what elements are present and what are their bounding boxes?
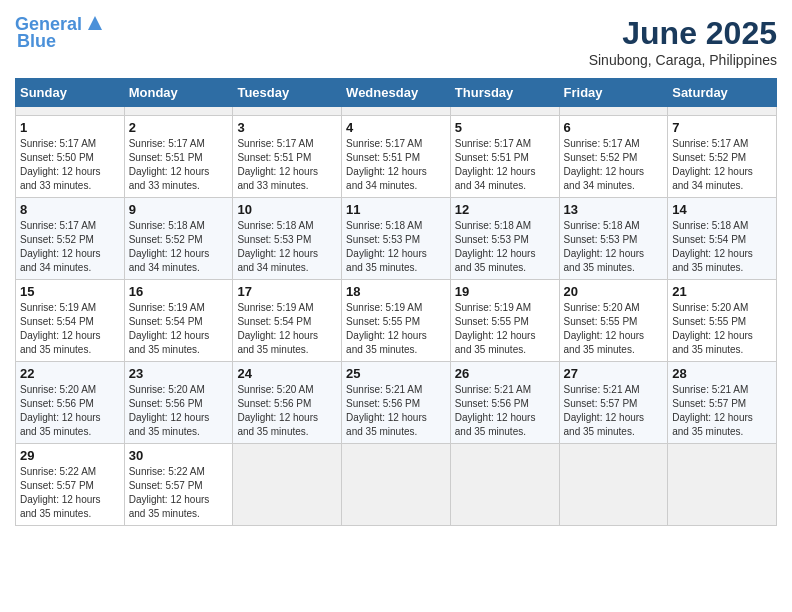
calendar-cell — [668, 107, 777, 116]
title-area: June 2025 Sinubong, Caraga, Philippines — [589, 15, 777, 68]
calendar-cell: 28Sunrise: 5:21 AM Sunset: 5:57 PM Dayli… — [668, 362, 777, 444]
day-info: Sunrise: 5:19 AM Sunset: 5:54 PM Dayligh… — [237, 301, 337, 357]
calendar-cell: 13Sunrise: 5:18 AM Sunset: 5:53 PM Dayli… — [559, 198, 668, 280]
header: General Blue June 2025 Sinubong, Caraga,… — [15, 15, 777, 68]
weekday-header-monday: Monday — [124, 79, 233, 107]
day-number: 17 — [237, 284, 337, 299]
weekday-header-friday: Friday — [559, 79, 668, 107]
day-info: Sunrise: 5:17 AM Sunset: 5:51 PM Dayligh… — [455, 137, 555, 193]
calendar-table: SundayMondayTuesdayWednesdayThursdayFrid… — [15, 78, 777, 526]
day-info: Sunrise: 5:18 AM Sunset: 5:52 PM Dayligh… — [129, 219, 229, 275]
calendar-cell: 9Sunrise: 5:18 AM Sunset: 5:52 PM Daylig… — [124, 198, 233, 280]
day-number: 14 — [672, 202, 772, 217]
day-info: Sunrise: 5:17 AM Sunset: 5:51 PM Dayligh… — [237, 137, 337, 193]
weekday-header-saturday: Saturday — [668, 79, 777, 107]
day-number: 13 — [564, 202, 664, 217]
day-info: Sunrise: 5:21 AM Sunset: 5:56 PM Dayligh… — [455, 383, 555, 439]
calendar-week-row: 15Sunrise: 5:19 AM Sunset: 5:54 PM Dayli… — [16, 280, 777, 362]
calendar-cell — [668, 444, 777, 526]
day-info: Sunrise: 5:20 AM Sunset: 5:55 PM Dayligh… — [672, 301, 772, 357]
day-number: 2 — [129, 120, 229, 135]
calendar-cell — [342, 107, 451, 116]
day-info: Sunrise: 5:20 AM Sunset: 5:56 PM Dayligh… — [237, 383, 337, 439]
calendar-cell: 23Sunrise: 5:20 AM Sunset: 5:56 PM Dayli… — [124, 362, 233, 444]
calendar-cell: 3Sunrise: 5:17 AM Sunset: 5:51 PM Daylig… — [233, 116, 342, 198]
calendar-week-row: 8Sunrise: 5:17 AM Sunset: 5:52 PM Daylig… — [16, 198, 777, 280]
calendar-cell — [16, 107, 125, 116]
calendar-cell: 15Sunrise: 5:19 AM Sunset: 5:54 PM Dayli… — [16, 280, 125, 362]
calendar-cell: 20Sunrise: 5:20 AM Sunset: 5:55 PM Dayli… — [559, 280, 668, 362]
day-number: 26 — [455, 366, 555, 381]
day-number: 8 — [20, 202, 120, 217]
calendar-cell: 1Sunrise: 5:17 AM Sunset: 5:50 PM Daylig… — [16, 116, 125, 198]
day-info: Sunrise: 5:17 AM Sunset: 5:52 PM Dayligh… — [20, 219, 120, 275]
day-number: 6 — [564, 120, 664, 135]
calendar-cell: 10Sunrise: 5:18 AM Sunset: 5:53 PM Dayli… — [233, 198, 342, 280]
day-number: 24 — [237, 366, 337, 381]
calendar-cell: 17Sunrise: 5:19 AM Sunset: 5:54 PM Dayli… — [233, 280, 342, 362]
calendar-cell — [233, 107, 342, 116]
calendar-cell: 5Sunrise: 5:17 AM Sunset: 5:51 PM Daylig… — [450, 116, 559, 198]
day-info: Sunrise: 5:21 AM Sunset: 5:57 PM Dayligh… — [672, 383, 772, 439]
day-info: Sunrise: 5:19 AM Sunset: 5:55 PM Dayligh… — [346, 301, 446, 357]
day-number: 12 — [455, 202, 555, 217]
day-number: 3 — [237, 120, 337, 135]
calendar-cell: 18Sunrise: 5:19 AM Sunset: 5:55 PM Dayli… — [342, 280, 451, 362]
calendar-week-row: 1Sunrise: 5:17 AM Sunset: 5:50 PM Daylig… — [16, 116, 777, 198]
day-info: Sunrise: 5:18 AM Sunset: 5:54 PM Dayligh… — [672, 219, 772, 275]
day-info: Sunrise: 5:17 AM Sunset: 5:50 PM Dayligh… — [20, 137, 120, 193]
day-info: Sunrise: 5:19 AM Sunset: 5:55 PM Dayligh… — [455, 301, 555, 357]
day-info: Sunrise: 5:19 AM Sunset: 5:54 PM Dayligh… — [20, 301, 120, 357]
day-info: Sunrise: 5:21 AM Sunset: 5:57 PM Dayligh… — [564, 383, 664, 439]
calendar-cell — [450, 107, 559, 116]
day-number: 21 — [672, 284, 772, 299]
calendar-cell: 11Sunrise: 5:18 AM Sunset: 5:53 PM Dayli… — [342, 198, 451, 280]
svg-marker-0 — [88, 16, 102, 30]
day-info: Sunrise: 5:17 AM Sunset: 5:52 PM Dayligh… — [672, 137, 772, 193]
calendar-cell — [233, 444, 342, 526]
calendar-cell: 24Sunrise: 5:20 AM Sunset: 5:56 PM Dayli… — [233, 362, 342, 444]
calendar-cell: 16Sunrise: 5:19 AM Sunset: 5:54 PM Dayli… — [124, 280, 233, 362]
day-info: Sunrise: 5:18 AM Sunset: 5:53 PM Dayligh… — [455, 219, 555, 275]
logo-icon — [84, 12, 106, 34]
calendar-cell: 21Sunrise: 5:20 AM Sunset: 5:55 PM Dayli… — [668, 280, 777, 362]
calendar-week-row — [16, 107, 777, 116]
day-number: 25 — [346, 366, 446, 381]
logo-blue: Blue — [17, 31, 56, 51]
day-number: 9 — [129, 202, 229, 217]
calendar-cell: 25Sunrise: 5:21 AM Sunset: 5:56 PM Dayli… — [342, 362, 451, 444]
day-number: 10 — [237, 202, 337, 217]
day-number: 30 — [129, 448, 229, 463]
day-number: 23 — [129, 366, 229, 381]
day-info: Sunrise: 5:19 AM Sunset: 5:54 PM Dayligh… — [129, 301, 229, 357]
weekday-header-thursday: Thursday — [450, 79, 559, 107]
weekday-header-row: SundayMondayTuesdayWednesdayThursdayFrid… — [16, 79, 777, 107]
logo: General Blue — [15, 15, 106, 52]
day-number: 11 — [346, 202, 446, 217]
day-number: 28 — [672, 366, 772, 381]
calendar-cell: 19Sunrise: 5:19 AM Sunset: 5:55 PM Dayli… — [450, 280, 559, 362]
day-info: Sunrise: 5:20 AM Sunset: 5:56 PM Dayligh… — [129, 383, 229, 439]
day-info: Sunrise: 5:21 AM Sunset: 5:56 PM Dayligh… — [346, 383, 446, 439]
calendar-cell: 8Sunrise: 5:17 AM Sunset: 5:52 PM Daylig… — [16, 198, 125, 280]
day-number: 1 — [20, 120, 120, 135]
day-number: 29 — [20, 448, 120, 463]
day-number: 15 — [20, 284, 120, 299]
weekday-header-wednesday: Wednesday — [342, 79, 451, 107]
day-info: Sunrise: 5:17 AM Sunset: 5:51 PM Dayligh… — [346, 137, 446, 193]
calendar-cell: 4Sunrise: 5:17 AM Sunset: 5:51 PM Daylig… — [342, 116, 451, 198]
calendar-cell — [450, 444, 559, 526]
calendar-week-row: 22Sunrise: 5:20 AM Sunset: 5:56 PM Dayli… — [16, 362, 777, 444]
day-info: Sunrise: 5:17 AM Sunset: 5:51 PM Dayligh… — [129, 137, 229, 193]
weekday-header-tuesday: Tuesday — [233, 79, 342, 107]
calendar-cell — [559, 444, 668, 526]
day-number: 16 — [129, 284, 229, 299]
calendar-cell: 22Sunrise: 5:20 AM Sunset: 5:56 PM Dayli… — [16, 362, 125, 444]
calendar-cell: 7Sunrise: 5:17 AM Sunset: 5:52 PM Daylig… — [668, 116, 777, 198]
day-info: Sunrise: 5:20 AM Sunset: 5:56 PM Dayligh… — [20, 383, 120, 439]
day-info: Sunrise: 5:22 AM Sunset: 5:57 PM Dayligh… — [20, 465, 120, 521]
day-number: 5 — [455, 120, 555, 135]
day-number: 4 — [346, 120, 446, 135]
day-info: Sunrise: 5:18 AM Sunset: 5:53 PM Dayligh… — [564, 219, 664, 275]
calendar-cell: 26Sunrise: 5:21 AM Sunset: 5:56 PM Dayli… — [450, 362, 559, 444]
